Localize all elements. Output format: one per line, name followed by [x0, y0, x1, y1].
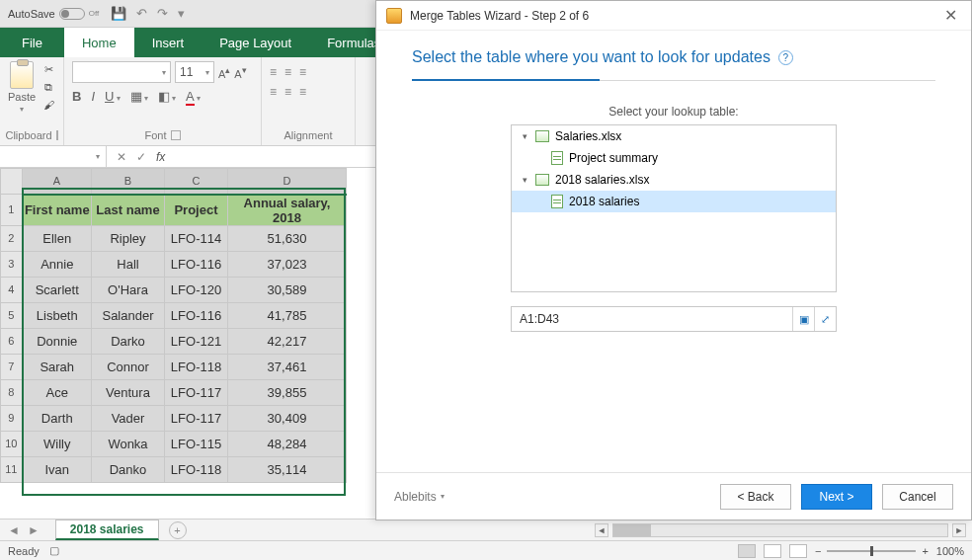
- horizontal-scrollbar[interactable]: ◄ ►: [187, 523, 972, 537]
- cell[interactable]: LFO-115: [165, 431, 228, 456]
- cell[interactable]: 37,023: [228, 251, 347, 277]
- font-size-select[interactable]: 11▾: [175, 61, 214, 83]
- row-header[interactable]: 8: [1, 379, 23, 405]
- tab-insert[interactable]: Insert: [134, 28, 202, 57]
- cell[interactable]: 48,284: [228, 431, 347, 456]
- cell[interactable]: Connor: [92, 354, 165, 379]
- underline-button[interactable]: U ▾: [105, 89, 121, 104]
- align-bottom-icon[interactable]: ≡: [299, 65, 306, 79]
- row-header[interactable]: 10: [1, 431, 23, 456]
- row-header[interactable]: 6: [1, 328, 23, 354]
- scroll-left-icon[interactable]: ◄: [595, 523, 608, 537]
- cell[interactable]: Danko: [92, 456, 165, 482]
- tree-workbook[interactable]: ▾ Salaries.xlsx: [512, 125, 836, 147]
- copy-icon[interactable]: ⧉: [40, 81, 57, 93]
- zoom-slider[interactable]: − +: [815, 545, 929, 557]
- save-icon[interactable]: 💾: [111, 6, 126, 21]
- row-header[interactable]: 5: [1, 302, 23, 328]
- range-input[interactable]: [512, 312, 792, 326]
- cell[interactable]: Ellen: [23, 225, 92, 251]
- chevron-down-icon[interactable]: ▾: [520, 175, 529, 185]
- cell[interactable]: Donnie: [23, 328, 92, 354]
- paste-button[interactable]: Paste ▾: [8, 61, 36, 114]
- zoom-out-icon[interactable]: −: [815, 545, 821, 557]
- qat-customize-icon[interactable]: ▾: [178, 6, 185, 21]
- cell[interactable]: Ventura: [92, 379, 165, 405]
- add-sheet-button[interactable]: +: [169, 521, 187, 539]
- cell[interactable]: Sarah: [23, 354, 92, 379]
- tab-home[interactable]: Home: [64, 28, 134, 57]
- cut-icon[interactable]: ✂: [40, 63, 57, 75]
- lookup-table-tree[interactable]: ▾ Salaries.xlsx Project summary ▾ 2018 s…: [511, 124, 837, 292]
- cell[interactable]: Salander: [92, 302, 165, 328]
- align-middle-icon[interactable]: ≡: [284, 65, 291, 79]
- toggle-switch[interactable]: [59, 8, 85, 20]
- align-top-icon[interactable]: ≡: [270, 65, 277, 79]
- tab-page-layout[interactable]: Page Layout: [202, 28, 309, 57]
- enter-formula-icon[interactable]: ✓: [136, 150, 146, 164]
- ablebits-brand[interactable]: Ablebits▾: [394, 490, 445, 504]
- align-left-icon[interactable]: ≡: [270, 85, 277, 99]
- bold-button[interactable]: B: [72, 89, 81, 104]
- tree-workbook[interactable]: ▾ 2018 salaries.xlsx: [512, 169, 836, 191]
- row-header[interactable]: 11: [1, 456, 23, 482]
- expand-selection-icon[interactable]: ⤢: [814, 307, 836, 331]
- next-button[interactable]: Next >: [801, 484, 872, 510]
- tree-worksheet-selected[interactable]: 2018 salaries: [512, 191, 836, 212]
- row-header[interactable]: 1: [1, 195, 23, 226]
- sheet-nav-next-icon[interactable]: ►: [28, 523, 40, 537]
- row-header[interactable]: 9: [1, 405, 23, 431]
- font-dialog-launcher-icon[interactable]: [171, 130, 181, 140]
- decrease-font-icon[interactable]: A▾: [234, 64, 246, 80]
- cell[interactable]: Ripley: [92, 225, 165, 251]
- fill-color-button[interactable]: ◧ ▾: [158, 89, 176, 104]
- view-page-layout-icon[interactable]: [764, 544, 781, 558]
- cell[interactable]: Darko: [92, 328, 165, 354]
- cell[interactable]: 35,114: [228, 456, 347, 482]
- format-painter-icon[interactable]: 🖌: [40, 99, 57, 111]
- cell[interactable]: 42,217: [228, 328, 347, 354]
- cell[interactable]: 30,409: [228, 405, 347, 431]
- row-header[interactable]: 7: [1, 354, 23, 379]
- sheet-tab-active[interactable]: 2018 salaries: [55, 520, 159, 540]
- cell[interactable]: 51,630: [228, 225, 347, 251]
- cell[interactable]: First name: [23, 195, 92, 226]
- sheet-nav-prev-icon[interactable]: ◄: [8, 523, 20, 537]
- help-icon[interactable]: ?: [778, 50, 793, 65]
- cancel-formula-icon[interactable]: ✕: [117, 150, 126, 164]
- name-box[interactable]: ▾: [0, 146, 107, 167]
- cell[interactable]: LFO-116: [165, 251, 228, 277]
- col-header-c[interactable]: C: [165, 169, 228, 195]
- cell[interactable]: Project: [165, 195, 228, 226]
- cell[interactable]: LFO-117: [165, 379, 228, 405]
- tree-worksheet[interactable]: Project summary: [512, 147, 836, 169]
- italic-button[interactable]: I: [91, 89, 95, 104]
- cell[interactable]: Ace: [23, 379, 92, 405]
- increase-font-icon[interactable]: A▴: [218, 64, 230, 80]
- macro-record-icon[interactable]: ▢: [49, 544, 59, 557]
- col-header-d[interactable]: D: [228, 169, 347, 195]
- row-header[interactable]: 2: [1, 225, 23, 251]
- cell[interactable]: LFO-117: [165, 405, 228, 431]
- cell[interactable]: Ivan: [23, 456, 92, 482]
- cell[interactable]: LFO-116: [165, 302, 228, 328]
- cell[interactable]: LFO-120: [165, 277, 228, 302]
- cell[interactable]: Scarlett: [23, 277, 92, 302]
- scroll-right-icon[interactable]: ►: [952, 523, 966, 537]
- cell[interactable]: Annie: [23, 251, 92, 277]
- wizard-titlebar[interactable]: Merge Tables Wizard - Step 2 of 6 ✕: [376, 1, 971, 31]
- align-right-icon[interactable]: ≡: [299, 85, 306, 99]
- back-button[interactable]: < Back: [720, 484, 791, 510]
- cell[interactable]: 37,461: [228, 354, 347, 379]
- font-color-button[interactable]: A ▾: [186, 89, 201, 104]
- cell[interactable]: 41,785: [228, 302, 347, 328]
- close-icon[interactable]: ✕: [940, 6, 961, 25]
- zoom-in-icon[interactable]: +: [922, 545, 928, 557]
- row-header[interactable]: 4: [1, 277, 23, 302]
- cell[interactable]: Annual salary, 2018: [228, 195, 347, 226]
- cell[interactable]: Vader: [92, 405, 165, 431]
- zoom-level[interactable]: 100%: [936, 545, 964, 557]
- row-header[interactable]: 3: [1, 251, 23, 277]
- insert-function-icon[interactable]: fx: [156, 150, 165, 164]
- cell[interactable]: 30,589: [228, 277, 347, 302]
